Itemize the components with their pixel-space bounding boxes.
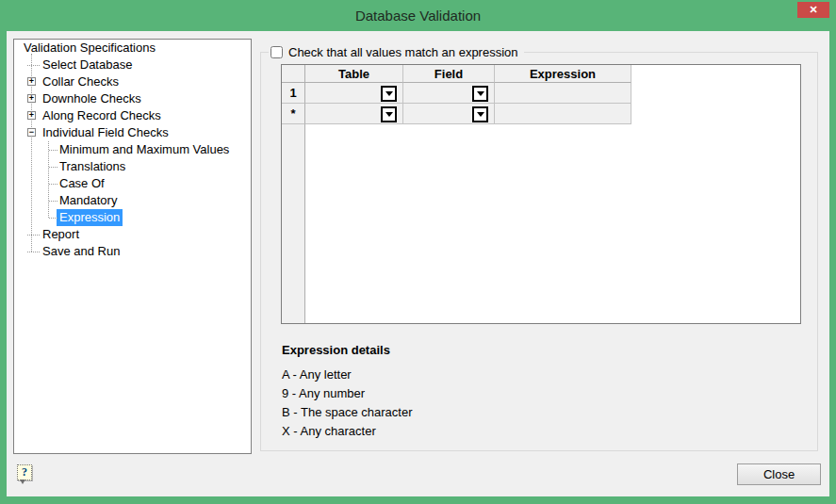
dropdown-arrow-icon: [477, 91, 484, 96]
expression-grid: Table Field Expression 1: [281, 64, 801, 324]
tree-item-translations[interactable]: Translations: [14, 158, 251, 175]
tree-item-label: Translations: [59, 158, 125, 175]
expression-groupbox: Check that all values match an expressio…: [260, 52, 818, 451]
grid-column-header-expression: Expression: [495, 65, 631, 83]
field-cell-rownew[interactable]: [403, 104, 495, 124]
dialog-content: Validation Specifications Select Databas…: [7, 31, 829, 496]
tree-item-label: Validation Specifications: [24, 40, 156, 57]
tree-item-label: Minimum and Maximum Values: [59, 141, 229, 158]
close-button[interactable]: Close: [737, 463, 821, 485]
expand-plus-icon[interactable]: +: [27, 111, 36, 120]
field-cell-row1[interactable]: [403, 83, 495, 104]
expression-detail-item: A - Any letter: [282, 366, 413, 384]
dropdown-arrow-icon: [477, 112, 484, 117]
match-expression-checkbox-row: Check that all values match an expressio…: [269, 44, 524, 59]
expand-plus-icon[interactable]: +: [27, 94, 36, 103]
tree-item-validation-specifications[interactable]: Validation Specifications: [14, 40, 251, 57]
tree-item-case-of[interactable]: Case Of: [14, 175, 251, 192]
tree-item-along-record-checks[interactable]: + Along Record Checks: [14, 107, 251, 124]
field-dropdown-button-rownew[interactable]: [472, 106, 488, 122]
tree-item-label: Downhole Checks: [42, 90, 141, 107]
tree-item-mandatory[interactable]: Mandatory: [14, 192, 251, 209]
expression-details-title: Expression details: [282, 343, 413, 357]
tree-item-label: Select Database: [42, 57, 132, 73]
tree-item-collar-checks[interactable]: + Collar Checks: [14, 73, 251, 90]
tree-item-label: Report: [42, 226, 79, 243]
expand-plus-icon[interactable]: +: [27, 77, 36, 86]
row-header: 1: [282, 83, 305, 104]
grid-row-new: *: [282, 104, 631, 124]
tree-item-label: Individual Field Checks: [42, 124, 169, 141]
tree-item-label: Save and Run: [42, 243, 120, 260]
row-header: *: [282, 104, 305, 124]
table-dropdown-button-row1[interactable]: [381, 86, 397, 102]
match-expression-checkbox[interactable]: [270, 46, 283, 58]
dropdown-arrow-icon: [385, 91, 393, 96]
title-bar[interactable]: Database Validation ✕: [0, 0, 836, 31]
tree-item-expression-selected[interactable]: Expression: [14, 209, 251, 226]
database-validation-dialog: Database Validation ✕ Validation Specifi…: [0, 0, 836, 504]
tree-item-save-and-run[interactable]: Save and Run: [14, 243, 251, 260]
tree-item-minimum-and-maximum-values[interactable]: Minimum and Maximum Values: [14, 141, 251, 158]
expression-cell-row1[interactable]: [495, 83, 631, 104]
table-dropdown-button-rownew[interactable]: [381, 106, 397, 122]
expression-detail-item: X - Any character: [282, 422, 413, 441]
window-close-button[interactable]: ✕: [797, 2, 829, 18]
grid-column-header-table: Table: [305, 65, 403, 83]
tree-item-label: Expression: [57, 209, 123, 226]
tree-item-select-database[interactable]: Select Database: [14, 57, 251, 73]
expression-details: Expression details A - Any letter 9 - An…: [282, 343, 413, 441]
collapse-minus-icon[interactable]: −: [27, 128, 36, 137]
tree-item-label: Mandatory: [59, 192, 117, 209]
expression-cell-rownew[interactable]: [495, 104, 631, 124]
validation-tree-panel: Validation Specifications Select Databas…: [13, 39, 252, 454]
match-expression-checkbox-label: Check that all values match an expressio…: [288, 45, 518, 59]
tree-item-label: Case Of: [59, 175, 105, 192]
grid-header-row: Table Field Expression: [282, 65, 631, 83]
table-cell-rownew[interactable]: [305, 104, 403, 124]
grid-row-1: 1: [282, 83, 631, 104]
tree-item-label: Along Record Checks: [42, 107, 161, 124]
tree-item-label: Collar Checks: [42, 73, 119, 90]
grid-column-header-field: Field: [403, 65, 495, 83]
table-cell-row1[interactable]: [305, 83, 403, 104]
tree-item-downhole-checks[interactable]: + Downhole Checks: [14, 90, 251, 107]
help-button[interactable]: ?: [17, 464, 32, 480]
question-mark-icon: ?: [22, 465, 27, 479]
expression-detail-item: 9 - Any number: [282, 384, 413, 403]
field-dropdown-button-row1[interactable]: [472, 86, 488, 102]
close-icon: ✕: [809, 5, 817, 15]
expression-detail-item: B - The space character: [282, 403, 413, 422]
dropdown-arrow-icon: [385, 112, 393, 117]
tree-item-individual-field-checks[interactable]: − Individual Field Checks: [14, 124, 251, 141]
grid-corner-cell: [282, 65, 305, 83]
tree-item-report[interactable]: Report: [14, 226, 251, 243]
dialog-title: Database Validation: [355, 8, 481, 24]
